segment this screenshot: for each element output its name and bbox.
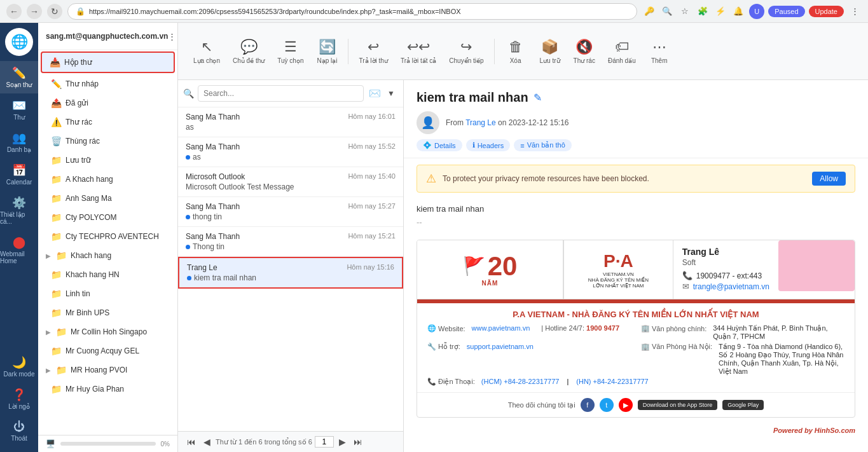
folder-item-mr-huy[interactable]: 📁 Mr Huy Gia Phan xyxy=(38,380,177,399)
email-sender-5: Sang Ma Thanh xyxy=(186,232,240,241)
folder-item-mr-collin[interactable]: ▶ 📁 Mr Collin Hoh Singapo xyxy=(38,322,177,341)
folder-icon-1: 📁 xyxy=(51,174,62,184)
email-item-2[interactable]: Sang Ma Thanh Hôm nay 15:52 as xyxy=(178,137,403,167)
plaintext-icon: ≡ xyxy=(520,142,524,149)
next-page-btn[interactable]: ▶ xyxy=(336,435,348,448)
select-button[interactable]: ↖ Lựa chọn xyxy=(188,35,225,68)
folder-item-hop-thu[interactable]: 📥 Hộp thư xyxy=(41,51,175,73)
folder-label-anh-sang-ma: Anh Sang Ma xyxy=(65,194,112,203)
website-value[interactable]: www.pavietnam.vn xyxy=(472,324,530,332)
more-button[interactable]: ⋯ Thêm xyxy=(644,35,675,68)
twitter-icon[interactable]: t xyxy=(600,398,614,412)
folder-item-da-gui[interactable]: 📤 Đã gửi xyxy=(38,93,177,113)
extension-icon-btn[interactable]: 🧩 xyxy=(696,4,710,18)
folder-label-linh-tin: Linh tin xyxy=(65,289,90,298)
nav-item-thu[interactable]: ✉️ Thư xyxy=(0,93,38,126)
folder-item-cty-polycom[interactable]: 📁 Cty POLYCOM xyxy=(38,208,177,227)
folder-item-a-khach-hang[interactable]: 📁 A Khach hang xyxy=(38,170,177,189)
sig-email[interactable]: trangle@pavietnam.vn xyxy=(693,282,769,291)
youtube-icon[interactable]: ▶ xyxy=(619,398,633,412)
folder-item-luu-tru[interactable]: 📁 Lưu trữ xyxy=(38,151,177,170)
sent-icon: 📤 xyxy=(51,98,62,108)
bookmark-icon-btn[interactable]: ☆ xyxy=(678,4,692,18)
folder-item-mr-cuong[interactable]: 📁 Mr Cuong Acquy GEL xyxy=(38,341,177,360)
reload-button[interactable]: ↻ xyxy=(47,4,62,19)
lightning-icon-btn[interactable]: ⚡ xyxy=(713,4,727,18)
folder-label-mr-cuong: Mr Cuong Acquy GEL xyxy=(65,346,139,355)
email-item-6[interactable]: Trang Le Hôm nay 15:16 kiem tra mail nha… xyxy=(178,257,403,289)
custom-button[interactable]: ☰ Tuỳ chọn xyxy=(272,35,308,68)
email-item-1[interactable]: Sang Ma Thanh Hôm nay 16:01 as xyxy=(178,107,403,137)
folder-menu-button[interactable]: ⋮ xyxy=(168,29,176,43)
dropdown-arrow-btn[interactable]: ▼ xyxy=(384,86,398,100)
allow-button[interactable]: Allow xyxy=(812,172,846,186)
custom-icon: ☰ xyxy=(284,39,297,55)
folder-item-mr-binh-ups[interactable]: 📁 Mr Binh UPS xyxy=(38,303,177,322)
powered-text: Powered by HinhSo.com xyxy=(773,427,855,434)
search-icon-btn[interactable]: 🔍 xyxy=(660,4,674,18)
update-button[interactable]: Update xyxy=(809,6,844,17)
last-page-btn[interactable]: ⏭ xyxy=(351,435,365,448)
folder-item-thu-rac[interactable]: ⚠️ Thư rác xyxy=(38,113,177,132)
email-item-3[interactable]: Microsoft Outlook Hôm nay 15:40 Microsof… xyxy=(178,167,403,197)
nav-label-thoat: Thoát xyxy=(11,435,27,442)
office-label: 🏢 Văn phòng chính: xyxy=(641,324,706,332)
tab-plaintext[interactable]: ≡ Văn bản thô xyxy=(514,139,572,151)
nav-item-calendar[interactable]: 📅 Calendar xyxy=(0,158,38,191)
prev-page-btn[interactable]: ◀ xyxy=(201,435,213,448)
phone-hcm[interactable]: (HCM) +84-28-22317777 xyxy=(481,378,560,385)
subject-button[interactable]: 💬 Chủ đề thư xyxy=(228,35,270,68)
email-item-4[interactable]: Sang Ma Thanh Hôm nay 15:27 thong tin xyxy=(178,197,403,227)
nav-item-settings[interactable]: ⚙️ Thiết lập cá... xyxy=(0,191,38,230)
folder-item-thu-nhap[interactable]: ✏️ Thư nháp xyxy=(38,74,177,93)
undelete-label: Thư rác xyxy=(574,57,595,64)
delete-button[interactable]: 🗑 Xóa xyxy=(500,35,532,68)
nav-item-webmail-home[interactable]: ⬤ Webmail Home xyxy=(0,230,38,270)
forward-button[interactable]: → xyxy=(27,4,42,19)
folder-label-thung-rac: Thùng rác xyxy=(65,137,100,146)
folder-item-mr-hoang[interactable]: ▶ 📁 MR Hoang PVOI xyxy=(38,360,177,380)
notification-icon-btn[interactable]: 🔔 xyxy=(731,4,745,18)
sender-name[interactable]: Trang Le xyxy=(465,118,496,127)
user-avatar[interactable]: U xyxy=(749,4,764,19)
forward-button[interactable]: ↪ Chuyển tiếp xyxy=(444,35,488,68)
page-input[interactable] xyxy=(315,436,334,448)
mark-button[interactable]: 🏷 Đánh dấu xyxy=(603,35,641,68)
phone-hn[interactable]: (HN) +84-24-22317777 xyxy=(576,378,648,385)
tab-details[interactable]: 💠 Details xyxy=(417,139,462,151)
address-bar[interactable]: 🔒 https://mail9210.maychuemail.com:2096/… xyxy=(67,3,637,20)
archive-button[interactable]: 📦 Lưu trữ xyxy=(534,35,566,68)
first-page-btn[interactable]: ⏮ xyxy=(184,435,198,448)
title-edit-icon[interactable]: ✎ xyxy=(534,92,542,104)
folder-item-anh-sang-ma[interactable]: 📁 Anh Sang Ma xyxy=(38,189,177,208)
folder-icon-2: 📁 xyxy=(51,193,62,203)
paused-button[interactable]: Paused xyxy=(768,6,804,17)
email-item-5[interactable]: Sang Ma Thanh Hôm nay 15:21 Thong tin xyxy=(178,227,403,257)
nav-item-danh-ba[interactable]: 👥 Danh bạ xyxy=(0,126,38,158)
reload-button[interactable]: 🔄 Nạp lại xyxy=(311,35,343,68)
email-time-5: Hôm nay 15:21 xyxy=(348,232,396,241)
facebook-icon[interactable]: f xyxy=(581,398,595,412)
folder-item-khach-hang-hn[interactable]: 📁 Khach hang HN xyxy=(38,265,177,284)
folder-item-cty-techpro[interactable]: 📁 Cty TECHPRO AVENTECH xyxy=(38,227,177,246)
search-input[interactable] xyxy=(198,85,364,102)
nav-item-thoat[interactable]: ⏻ Thoát xyxy=(4,415,35,447)
undelete-button[interactable]: 🔇 Thư rác xyxy=(568,35,600,68)
appstore-button[interactable]: Download on the App Store xyxy=(638,400,718,410)
folder-item-khach-hang[interactable]: ▶ 📁 Khach hang xyxy=(38,246,177,265)
envelope-icon-btn[interactable]: ✉️ xyxy=(368,86,382,100)
menu-icon-btn[interactable]: ⋮ xyxy=(848,4,862,18)
key-icon-btn[interactable]: 🔑 xyxy=(642,4,656,18)
folder-item-linh-tin[interactable]: 📁 Linh tin xyxy=(38,284,177,303)
tab-headers[interactable]: ℹ Headers xyxy=(466,139,511,151)
sig-hanoi-row: 🏢 Văn Phòng Hà Nội: Tầng 9 - Tòa nhà Dia… xyxy=(641,343,844,376)
nav-item-soan-thu[interactable]: ✏️ Soạn thư xyxy=(0,61,38,93)
reply-button[interactable]: ↩ Trả lời thư xyxy=(354,35,392,68)
googleplay-button[interactable]: Google Play xyxy=(722,400,764,410)
folder-item-thung-rac[interactable]: 🗑️ Thùng rác xyxy=(38,132,177,151)
nav-item-dark-mode[interactable]: 🌙 Dark mode xyxy=(4,350,35,383)
reply-all-button[interactable]: ↩↩ Trả lời tất cả xyxy=(396,35,441,68)
back-button[interactable]: ← xyxy=(6,4,22,19)
support-value[interactable]: support.pavietnam.vn xyxy=(467,343,534,350)
nav-item-loi-ngo[interactable]: ❓ Lời ngỏ xyxy=(4,383,35,415)
